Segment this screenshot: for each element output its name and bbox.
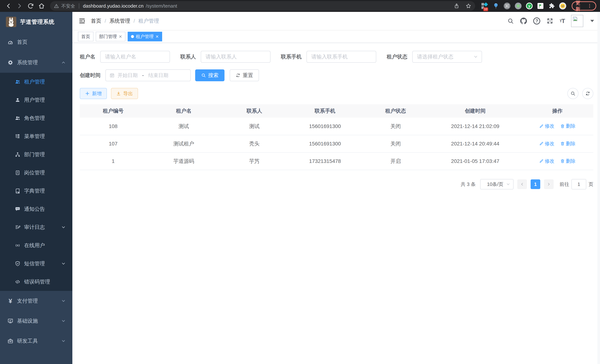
fullscreen-button[interactable] (547, 18, 553, 24)
browser-update-button[interactable]: 更新 (572, 1, 596, 10)
page-content: 租户名 联系人 联系手机 租户状态 请选择租户状态 (72, 43, 600, 364)
browser-reload-button[interactable] (26, 1, 36, 11)
scrollbar-gutter[interactable] (597, 12, 600, 364)
delete-link[interactable]: 删除 (560, 123, 575, 129)
browser-home-button[interactable] (37, 1, 47, 11)
user-avatar[interactable] (571, 15, 583, 27)
home-icon (38, 3, 45, 9)
sidebar-item-error-code[interactable]: 错误码管理 (0, 273, 72, 291)
command-extension-icon[interactable] (503, 2, 511, 10)
bookmark-star-icon[interactable] (466, 3, 471, 9)
blocker-extension-icon[interactable]: 10 (481, 2, 488, 10)
tenant-name-input[interactable] (100, 51, 170, 63)
export-button-label: 导出 (123, 90, 133, 97)
sidebar-item-label: 岗位管理 (24, 169, 66, 176)
sidebar-item-system[interactable]: 系统管理 (0, 52, 72, 73)
next-page-button[interactable] (544, 179, 554, 189)
page-size-select[interactable]: 10条/页 (480, 179, 514, 189)
sidebar-item-menu[interactable]: 菜单管理 (0, 127, 72, 145)
font-size-button[interactable]: TT (560, 18, 565, 25)
tab-dept[interactable]: 部门管理 (96, 32, 125, 41)
balloon-extension-icon[interactable] (492, 2, 500, 10)
sidebar-item-tenant[interactable]: 租户管理 (0, 73, 72, 91)
sidebar-item-label: 字典管理 (24, 187, 66, 195)
edit-link[interactable]: 修改 (539, 158, 554, 164)
breadcrumb-system[interactable]: 系统管理 (110, 18, 130, 25)
chevron-down-icon (61, 261, 66, 266)
browser-back-button[interactable] (4, 1, 13, 11)
sidebar-fold-icon[interactable] (78, 17, 86, 25)
pagination: 共 3 条 10条/页 1 前往 页 (80, 179, 593, 189)
address-bar[interactable]: 不安全 dashboard.yudao.iocoder.cn/system/te… (50, 1, 475, 11)
edit-pen-icon (539, 159, 544, 163)
browser-menu-dots-icon[interactable] (587, 3, 592, 9)
create-time-range-picker[interactable]: 开始日期 - 结束日期 (105, 69, 191, 81)
system-submenu: 租户管理 用户管理 角色管理 菜单管理 部门管理 岗位管理 (0, 73, 72, 291)
edit-link[interactable]: 修改 (539, 123, 554, 129)
delete-link[interactable]: 删除 (560, 158, 575, 164)
sidebar-item-role[interactable]: 角色管理 (0, 109, 72, 127)
sidebar-item-sms[interactable]: 短信管理 (0, 254, 72, 273)
edit-label: 修改 (545, 158, 554, 164)
sidebar-item-label: 审计日志 (24, 224, 57, 231)
sidebar-item-online-user[interactable]: 在线用户 (0, 236, 72, 254)
forward-icon (16, 3, 23, 9)
github-link[interactable] (520, 18, 527, 24)
edit-link[interactable]: 修改 (539, 140, 554, 147)
smiley-icon (560, 3, 566, 9)
cell-status: 关闭 (362, 118, 429, 135)
cell-created: 2021-01-05 17:03:47 (429, 152, 521, 170)
breadcrumb-home[interactable]: 首页 (91, 18, 101, 25)
sidebar-item-pay[interactable]: ¥ 支付管理 (0, 291, 72, 311)
chevron-down-icon (61, 299, 66, 303)
add-button[interactable]: 新增 (80, 88, 107, 99)
close-icon[interactable] (119, 35, 122, 38)
mobile-input[interactable] (307, 51, 376, 63)
search-button[interactable]: 搜索 (195, 69, 225, 81)
yudao-extension-icon[interactable]: y (525, 2, 533, 10)
tab-home[interactable]: 首页 (78, 32, 94, 41)
sidebar-item-user[interactable]: 用户管理 (0, 91, 72, 109)
tab-tenant[interactable]: 租户管理 (128, 32, 162, 41)
contact-input[interactable] (201, 51, 271, 63)
header-search-button[interactable] (507, 18, 514, 24)
status-label: 租户状态 (387, 53, 407, 60)
sidebar-item-post[interactable]: 岗位管理 (0, 164, 72, 182)
sidebar-item-dict[interactable]: 字典管理 (0, 182, 72, 200)
sidebar-item-devtools[interactable]: 研发工具 (0, 331, 72, 351)
sidebar-item-dept[interactable]: 部门管理 (0, 145, 72, 164)
toggle-search-button[interactable] (567, 88, 579, 99)
chevron-left-icon (520, 182, 524, 186)
app-logo-row[interactable]: 芋道管理系统 (0, 12, 72, 32)
help-button[interactable]: ? (533, 18, 540, 25)
share-icon[interactable] (454, 3, 459, 9)
reset-button[interactable]: 重置 (230, 69, 259, 81)
tags-view-bar: 首页 部门管理 租户管理 (72, 30, 600, 43)
browser-forward-button[interactable] (15, 1, 25, 11)
status-select[interactable]: 请选择租户状态 (412, 51, 482, 63)
range-separator: - (141, 72, 145, 78)
menu-tree-icon (15, 134, 20, 139)
flag-extension-icon[interactable] (537, 2, 544, 10)
sidebar-item-audit-log[interactable]: 审计日志 (0, 218, 72, 236)
recorder-extension-icon[interactable] (515, 2, 522, 10)
tenant-name-label: 租户名 (80, 53, 95, 60)
flag-icon (538, 4, 543, 8)
page-number-1[interactable]: 1 (531, 179, 540, 189)
profile-avatar[interactable] (559, 2, 566, 10)
sidebar-item-home[interactable]: 首页 (0, 32, 72, 52)
extensions-puzzle-icon[interactable] (548, 2, 555, 10)
delete-label: 删除 (566, 140, 575, 147)
sidebar-item-infra[interactable]: 基础设施 (0, 311, 72, 331)
refresh-table-button[interactable] (582, 88, 593, 99)
prev-page-button[interactable] (517, 179, 527, 189)
export-button[interactable]: 导出 (111, 88, 138, 99)
close-icon[interactable] (155, 35, 159, 38)
avatar-caret-down-icon[interactable] (590, 20, 594, 22)
goto-page-input[interactable] (572, 179, 586, 189)
delete-link[interactable]: 删除 (560, 140, 575, 147)
cell-status: 关闭 (362, 135, 429, 152)
tab-label: 部门管理 (99, 34, 117, 39)
sidebar-item-label: 通知公告 (24, 205, 66, 213)
sidebar-item-notice[interactable]: 通知公告 (0, 200, 72, 218)
